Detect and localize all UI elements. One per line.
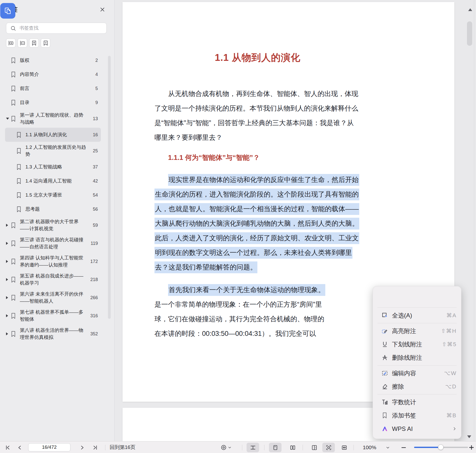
paragraph-group: 现实世界是在物体的运动和化学的反应中催生了生命，然后开始生命演化的历程，进入智能… (154, 172, 363, 341)
bookmark-item[interactable]: 版权2 (5, 53, 101, 67)
bookmark-label: 第二讲 机器眼中的大千世界——计算机视觉 (20, 218, 86, 232)
bookmark-item[interactable]: 第二讲 机器眼中的大千世界——计算机视觉59 (5, 216, 101, 234)
zoom-in-button[interactable] (467, 443, 476, 452)
text-line: 球，它们在做碰撞运动，其行为完全符合机械的、物理的 (154, 312, 363, 326)
expand-all-icon (8, 40, 14, 46)
bookmark-icon (11, 277, 16, 283)
tri-right-icon[interactable] (5, 224, 11, 227)
bookmark-page-number: 59 (93, 223, 98, 228)
bookmark-item[interactable]: 第五讲 机器自我成长进步——机器学习218 (5, 270, 101, 289)
book-mode-button[interactable] (308, 443, 321, 452)
menu-item-bookmark[interactable]: 添加书签⌘B (373, 409, 461, 422)
bookmark-item[interactable]: 第四讲 认知科学与人工智能世界的邀约——认知推理172 (5, 252, 101, 270)
menu-item-select-all[interactable]: 全选(A)⌘A (373, 309, 461, 322)
menu-item-wps-ai[interactable]: WPS AI (373, 422, 461, 435)
bookmark-item[interactable]: 1.4 迈向通用人工智能42 (5, 174, 101, 188)
menu-shortcut: ⇧⌘H (441, 328, 457, 334)
bookmark-label: 版权 (20, 57, 29, 64)
menu-item-eraser[interactable]: 擦除⌥D (373, 380, 461, 393)
bookmark-item[interactable]: 内容简介4 (5, 67, 101, 81)
bookmark-item[interactable]: 1.2 人工智能的发展历史与趋势25 (5, 142, 101, 160)
bookmark-page-number: 25 (93, 148, 98, 154)
plus-icon (468, 444, 475, 451)
bookmark-item[interactable]: 前言5 (5, 81, 101, 96)
bookmark-page-number: 5 (95, 86, 98, 91)
fit-page-button[interactable] (322, 443, 335, 452)
bookmark-item[interactable]: 1.3 人工智能战略37 (5, 160, 101, 174)
bookmark-item[interactable]: 第八讲 机器生活的世界——物理世界仿真模拟352 (5, 325, 101, 343)
scroll-up-icon[interactable] (468, 8, 472, 11)
text-line: 明到现在的数字文明这么一个过程。那么，未来社会人类将到哪里 (154, 245, 363, 260)
sidebar-scrollbar[interactable] (108, 56, 111, 319)
single-page-button[interactable] (269, 443, 282, 452)
bookmark-label: 第六讲 未来生活离不开的伙伴——智能机器人 (20, 291, 86, 305)
back-to-page-button[interactable]: 回到第16页 (110, 441, 135, 453)
scroll-down-icon[interactable] (467, 435, 471, 438)
tri-right-icon[interactable] (5, 296, 11, 299)
context-menu: 全选(A)⌘A高亮附注⇧⌘H下划线附注⇧⌘5删除线附注编辑内容⌥W擦除⌥D字数统… (373, 286, 461, 439)
highlighted-text: 去？这是我们希望能解答的问题。 (154, 261, 257, 273)
prev-page-button[interactable] (14, 443, 25, 452)
menu-divider (377, 394, 457, 394)
bookmark-item[interactable]: 目录9 (5, 96, 101, 110)
bookmark-label: 1.5 北京大学通班 (25, 192, 62, 199)
tri-right-icon[interactable] (5, 332, 11, 335)
first-page-button[interactable] (2, 443, 13, 452)
bookmark-item[interactable]: 1.1 从物到人的演化16 (5, 128, 101, 142)
menu-item-label: 高亮附注 (392, 327, 416, 335)
zoom-slider[interactable] (414, 441, 468, 453)
menu-item-underline[interactable]: 下划线附注⇧⌘5 (373, 338, 461, 351)
last-page-button[interactable] (90, 443, 101, 452)
zoom-slider-fill (414, 447, 441, 448)
submenu-chevron-icon (452, 427, 457, 431)
bookmark-label: 1.1 从物到人的演化 (25, 131, 67, 138)
bookmark-page-number: 119 (91, 241, 98, 246)
tri-right-icon[interactable] (5, 278, 11, 281)
two-page-button[interactable] (286, 443, 299, 452)
menu-item-strikethrough[interactable]: 删除线附注 (373, 351, 461, 364)
menu-item-label: WPS AI (392, 425, 413, 432)
bookmark-icon (11, 313, 16, 319)
tri-right-icon[interactable] (5, 314, 11, 317)
menu-item-edit-pencil[interactable]: 编辑内容⌥W (373, 367, 461, 380)
view-mode-dropdown[interactable] (218, 443, 234, 452)
eye-icon (220, 444, 227, 451)
menu-item-highlight-pen[interactable]: 高亮附注⇧⌘H (373, 324, 461, 338)
text-line: 首先我们来看一个关于无生命物体运动的物理现象。 (154, 283, 363, 297)
collapse-all-button[interactable] (18, 38, 27, 48)
zoom-out-button[interactable] (399, 443, 409, 452)
bookmark-item[interactable]: 思考题56 (5, 202, 101, 216)
bookmark-item[interactable]: 第一讲 人工智能的现状、趋势与战略13 (5, 110, 101, 128)
copy-button[interactable] (0, 3, 15, 19)
bookmark-page-number: 2 (95, 58, 98, 63)
next-page-button[interactable] (76, 443, 88, 452)
tri-right-icon[interactable] (5, 242, 11, 245)
tri-right-icon[interactable] (5, 260, 11, 263)
expand-all-button[interactable] (6, 38, 16, 48)
add-bookmark-button[interactable] (29, 38, 39, 48)
bottom-toolbar: 16/472 回到第16页 100% (0, 441, 476, 453)
main-scrollbar[interactable] (467, 21, 472, 46)
menu-item-word-count[interactable]: 字数统计 (373, 395, 461, 409)
tri-down-icon[interactable] (5, 118, 11, 120)
text-line: 此后，人类进入了文明的演化，经历了原始文明、农业文明、工业文 (154, 231, 363, 245)
continuous-scroll-button[interactable] (247, 443, 259, 452)
bookmark-item[interactable]: 第三讲 语言与机器的火花碰撞——自然语言处理119 (5, 234, 101, 252)
bookmark-search-box[interactable] (6, 23, 107, 34)
select-all-icon (381, 312, 388, 319)
page-number-input[interactable]: 16/472 (28, 443, 70, 451)
bookmark-icon (11, 258, 16, 265)
prev-page-icon (17, 444, 23, 451)
bookmark-item[interactable]: 1.5 北京大学通班54 (5, 188, 101, 202)
zoom-slider-thumb[interactable] (438, 444, 444, 450)
bookmark-item[interactable]: 第六讲 未来生活离不开的伙伴——智能机器人266 (5, 289, 101, 307)
subsection-heading: 1.1.1 何为“智能体”与“智能”？ (154, 150, 363, 165)
fit-width-button[interactable] (338, 443, 350, 452)
bookmark-item[interactable]: 第七讲 机器世界不孤单——多智能体316 (5, 307, 101, 325)
text-segment: 从无机物合成有机物，再到生命体、智能体、智人的出现，体现 (168, 90, 358, 98)
zoom-level-value[interactable]: 100% (363, 441, 376, 453)
search-input[interactable] (19, 23, 105, 33)
remove-bookmark-button[interactable] (41, 38, 50, 48)
zoom-dropdown[interactable] (383, 443, 392, 452)
close-icon[interactable] (99, 6, 106, 13)
